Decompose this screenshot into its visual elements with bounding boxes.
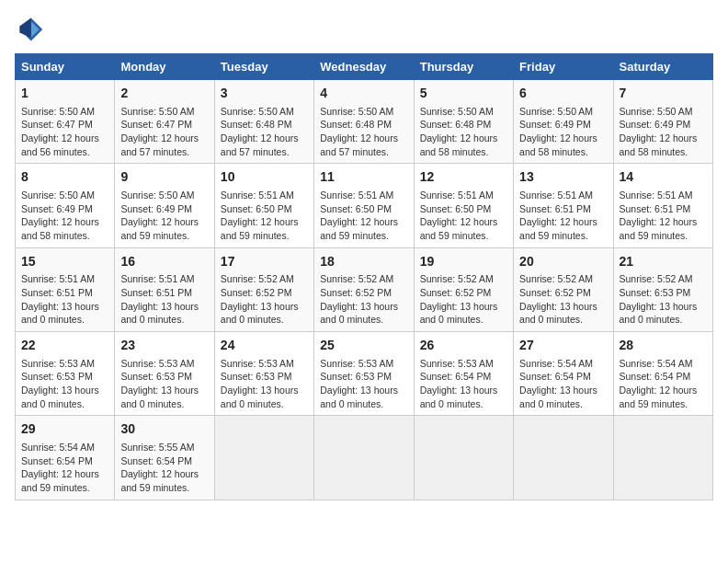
day-info: Sunrise: 5:50 AMSunset: 6:49 PMDaylight:… bbox=[620, 105, 707, 159]
day-number: 14 bbox=[620, 168, 707, 187]
calendar-cell: 17Sunrise: 5:52 AMSunset: 6:52 PMDayligh… bbox=[214, 247, 313, 331]
day-info: Sunrise: 5:50 AMSunset: 6:48 PMDaylight:… bbox=[320, 105, 407, 159]
day-info: Sunrise: 5:53 AMSunset: 6:53 PMDaylight:… bbox=[221, 357, 308, 411]
calendar-cell: 16Sunrise: 5:51 AMSunset: 6:51 PMDayligh… bbox=[115, 247, 214, 331]
calendar-cell: 24Sunrise: 5:53 AMSunset: 6:53 PMDayligh… bbox=[214, 332, 313, 416]
day-number: 16 bbox=[120, 253, 208, 271]
day-number: 6 bbox=[519, 85, 607, 103]
calendar-cell: 13Sunrise: 5:51 AMSunset: 6:51 PMDayligh… bbox=[514, 164, 613, 247]
day-number: 15 bbox=[21, 253, 108, 271]
day-number: 13 bbox=[519, 168, 607, 187]
day-number: 10 bbox=[221, 168, 308, 187]
day-number: 27 bbox=[519, 337, 607, 355]
calendar-cell: 22Sunrise: 5:53 AMSunset: 6:53 PMDayligh… bbox=[16, 332, 115, 416]
day-info: Sunrise: 5:50 AMSunset: 6:49 PMDaylight:… bbox=[120, 189, 208, 243]
calendar-cell: 11Sunrise: 5:51 AMSunset: 6:50 PMDayligh… bbox=[314, 164, 414, 247]
calendar-cell: 12Sunrise: 5:51 AMSunset: 6:50 PMDayligh… bbox=[414, 164, 513, 247]
day-info: Sunrise: 5:53 AMSunset: 6:53 PMDaylight:… bbox=[120, 357, 208, 411]
day-info: Sunrise: 5:52 AMSunset: 6:52 PMDaylight:… bbox=[420, 272, 507, 327]
calendar-cell: 27Sunrise: 5:54 AMSunset: 6:54 PMDayligh… bbox=[514, 332, 613, 416]
calendar-header-row: SundayMondayTuesdayWednesdayThursdayFrid… bbox=[16, 54, 713, 80]
day-info: Sunrise: 5:50 AMSunset: 6:49 PMDaylight:… bbox=[21, 189, 108, 243]
day-number: 9 bbox=[120, 168, 208, 187]
calendar-cell: 23Sunrise: 5:53 AMSunset: 6:53 PMDayligh… bbox=[115, 332, 214, 416]
calendar-cell: 5Sunrise: 5:50 AMSunset: 6:48 PMDaylight… bbox=[414, 80, 513, 164]
calendar-week-3: 15Sunrise: 5:51 AMSunset: 6:51 PMDayligh… bbox=[16, 247, 713, 331]
day-info: Sunrise: 5:51 AMSunset: 6:51 PMDaylight:… bbox=[21, 272, 108, 327]
day-number: 2 bbox=[120, 85, 208, 103]
day-number: 4 bbox=[320, 85, 407, 103]
day-info: Sunrise: 5:51 AMSunset: 6:51 PMDaylight:… bbox=[120, 272, 208, 327]
day-info: Sunrise: 5:54 AMSunset: 6:54 PMDaylight:… bbox=[519, 357, 607, 411]
calendar-cell: 4Sunrise: 5:50 AMSunset: 6:48 PMDaylight… bbox=[314, 80, 414, 164]
day-info: Sunrise: 5:52 AMSunset: 6:53 PMDaylight:… bbox=[620, 272, 707, 327]
calendar-cell: 6Sunrise: 5:50 AMSunset: 6:49 PMDaylight… bbox=[514, 80, 613, 164]
logo-icon bbox=[15, 15, 44, 44]
calendar-cell bbox=[214, 416, 313, 500]
day-info: Sunrise: 5:54 AMSunset: 6:54 PMDaylight:… bbox=[620, 357, 707, 411]
header-thursday: Thursday bbox=[414, 54, 513, 80]
calendar-cell: 26Sunrise: 5:53 AMSunset: 6:54 PMDayligh… bbox=[414, 332, 513, 416]
header-sunday: Sunday bbox=[16, 54, 115, 80]
calendar-table: SundayMondayTuesdayWednesdayThursdayFrid… bbox=[15, 53, 713, 500]
day-info: Sunrise: 5:50 AMSunset: 6:48 PMDaylight:… bbox=[420, 105, 507, 159]
day-number: 8 bbox=[21, 168, 108, 187]
calendar-cell: 8Sunrise: 5:50 AMSunset: 6:49 PMDaylight… bbox=[16, 164, 115, 247]
calendar-cell: 3Sunrise: 5:50 AMSunset: 6:48 PMDaylight… bbox=[214, 80, 313, 164]
day-info: Sunrise: 5:52 AMSunset: 6:52 PMDaylight:… bbox=[221, 272, 308, 327]
calendar-week-4: 22Sunrise: 5:53 AMSunset: 6:53 PMDayligh… bbox=[16, 332, 713, 416]
day-info: Sunrise: 5:51 AMSunset: 6:51 PMDaylight:… bbox=[620, 189, 707, 243]
calendar-cell bbox=[414, 416, 513, 500]
calendar-cell: 25Sunrise: 5:53 AMSunset: 6:53 PMDayligh… bbox=[314, 332, 414, 416]
day-info: Sunrise: 5:54 AMSunset: 6:54 PMDaylight:… bbox=[21, 441, 108, 495]
day-info: Sunrise: 5:50 AMSunset: 6:48 PMDaylight:… bbox=[221, 105, 308, 159]
svg-marker-2 bbox=[19, 18, 30, 38]
calendar-week-1: 1Sunrise: 5:50 AMSunset: 6:47 PMDaylight… bbox=[16, 80, 713, 164]
day-info: Sunrise: 5:51 AMSunset: 6:50 PMDaylight:… bbox=[420, 189, 507, 243]
day-number: 5 bbox=[420, 85, 507, 103]
day-number: 24 bbox=[221, 337, 308, 355]
calendar-cell: 1Sunrise: 5:50 AMSunset: 6:47 PMDaylight… bbox=[16, 80, 115, 164]
day-number: 7 bbox=[620, 85, 707, 103]
calendar-cell bbox=[514, 416, 613, 500]
calendar-cell: 14Sunrise: 5:51 AMSunset: 6:51 PMDayligh… bbox=[613, 164, 712, 247]
day-info: Sunrise: 5:52 AMSunset: 6:52 PMDaylight:… bbox=[320, 272, 407, 327]
header-wednesday: Wednesday bbox=[314, 54, 414, 80]
day-info: Sunrise: 5:50 AMSunset: 6:49 PMDaylight:… bbox=[519, 105, 607, 159]
calendar-cell: 28Sunrise: 5:54 AMSunset: 6:54 PMDayligh… bbox=[613, 332, 712, 416]
calendar-cell: 9Sunrise: 5:50 AMSunset: 6:49 PMDaylight… bbox=[115, 164, 214, 247]
calendar-cell: 10Sunrise: 5:51 AMSunset: 6:50 PMDayligh… bbox=[214, 164, 313, 247]
day-number: 28 bbox=[620, 337, 707, 355]
day-info: Sunrise: 5:52 AMSunset: 6:52 PMDaylight:… bbox=[519, 272, 607, 327]
day-info: Sunrise: 5:53 AMSunset: 6:53 PMDaylight:… bbox=[320, 357, 407, 411]
header-tuesday: Tuesday bbox=[214, 54, 313, 80]
calendar-cell: 15Sunrise: 5:51 AMSunset: 6:51 PMDayligh… bbox=[16, 247, 115, 331]
header-friday: Friday bbox=[514, 54, 613, 80]
day-number: 17 bbox=[221, 253, 308, 271]
day-number: 30 bbox=[120, 420, 208, 439]
calendar-cell: 20Sunrise: 5:52 AMSunset: 6:52 PMDayligh… bbox=[514, 247, 613, 331]
calendar-cell: 29Sunrise: 5:54 AMSunset: 6:54 PMDayligh… bbox=[16, 416, 115, 500]
calendar-cell: 21Sunrise: 5:52 AMSunset: 6:53 PMDayligh… bbox=[613, 247, 712, 331]
calendar-cell: 7Sunrise: 5:50 AMSunset: 6:49 PMDaylight… bbox=[613, 80, 712, 164]
day-info: Sunrise: 5:53 AMSunset: 6:53 PMDaylight:… bbox=[21, 357, 108, 411]
calendar-cell: 2Sunrise: 5:50 AMSunset: 6:47 PMDaylight… bbox=[115, 80, 214, 164]
calendar-week-5: 29Sunrise: 5:54 AMSunset: 6:54 PMDayligh… bbox=[16, 416, 713, 500]
day-number: 23 bbox=[120, 337, 208, 355]
day-info: Sunrise: 5:55 AMSunset: 6:54 PMDaylight:… bbox=[120, 441, 208, 495]
day-number: 12 bbox=[420, 168, 507, 187]
day-number: 29 bbox=[21, 420, 108, 439]
calendar-cell bbox=[613, 416, 712, 500]
day-number: 25 bbox=[320, 337, 407, 355]
day-number: 20 bbox=[519, 253, 607, 271]
day-number: 11 bbox=[320, 168, 407, 187]
day-number: 1 bbox=[21, 85, 108, 103]
calendar-cell: 30Sunrise: 5:55 AMSunset: 6:54 PMDayligh… bbox=[115, 416, 214, 500]
day-number: 22 bbox=[21, 337, 108, 355]
page-header bbox=[15, 15, 713, 44]
day-info: Sunrise: 5:51 AMSunset: 6:50 PMDaylight:… bbox=[221, 189, 308, 243]
day-number: 3 bbox=[221, 85, 308, 103]
day-number: 19 bbox=[420, 253, 507, 271]
calendar-cell: 19Sunrise: 5:52 AMSunset: 6:52 PMDayligh… bbox=[414, 247, 513, 331]
day-number: 26 bbox=[420, 337, 507, 355]
